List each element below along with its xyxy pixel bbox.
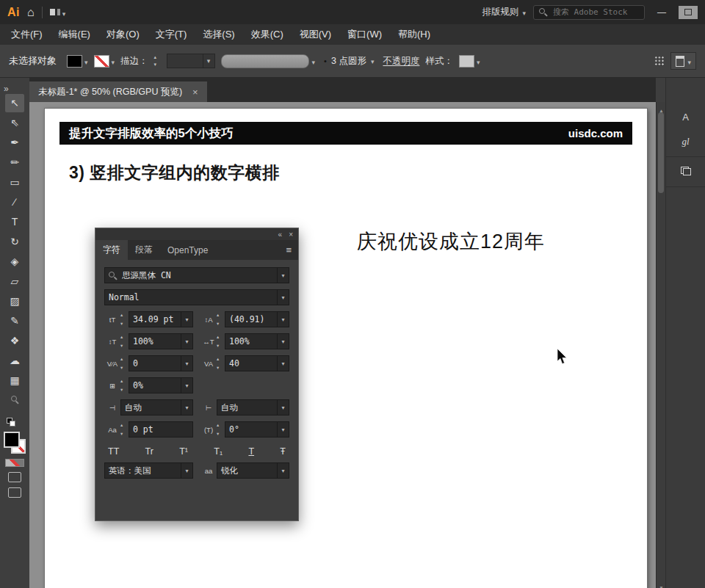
fill-swatch[interactable] <box>4 432 20 448</box>
chevron-down-icon[interactable] <box>277 290 289 305</box>
chevron-down-icon[interactable] <box>181 312 192 327</box>
close-panel-icon[interactable]: × <box>289 231 293 239</box>
tab-paragraph[interactable]: 段落 <box>128 240 160 260</box>
vertical-scale-stepper[interactable] <box>120 335 127 347</box>
menu-view[interactable]: 视图(V) <box>292 24 339 45</box>
search-input[interactable] <box>552 7 639 18</box>
chevron-down-icon[interactable] <box>181 400 192 415</box>
glyphs-panel-icon[interactable]: gl <box>675 132 697 151</box>
menu-help[interactable]: 帮助(H) <box>390 24 438 45</box>
document-tab[interactable]: 未标题-1* @ 50% (RGB/GPU 预览) × <box>29 81 207 102</box>
strikethrough-button[interactable]: Ŧ <box>278 446 287 457</box>
minimize-button[interactable]: — <box>652 6 671 19</box>
arrange-documents-icon[interactable] <box>50 6 66 19</box>
control-panel-menu[interactable] <box>670 52 696 70</box>
menu-object[interactable]: 对象(O) <box>98 24 148 45</box>
stroke-weight-stepper[interactable] <box>154 56 161 66</box>
banner-artwork[interactable]: 提升文字排版效率的5个小技巧 uisdc.com <box>59 122 632 145</box>
scrollbar-thumb[interactable] <box>658 112 664 193</box>
fill-color-button[interactable] <box>67 55 88 68</box>
menu-window[interactable]: 窗口(W) <box>339 24 390 45</box>
curvature-tool[interactable]: ✏ <box>5 153 24 172</box>
stroke-label[interactable]: 描边： <box>120 55 148 68</box>
width-profile-dropdown[interactable] <box>221 54 316 68</box>
collapse-panel-icon[interactable]: « <box>278 231 283 239</box>
rotate-tool[interactable]: ↻ <box>5 233 24 251</box>
chevron-down-icon[interactable] <box>277 334 289 349</box>
subscript-button[interactable]: T₁ <box>212 446 224 457</box>
menu-effect[interactable]: 效果(C) <box>243 24 292 45</box>
menu-edit[interactable]: 编辑(E) <box>51 24 98 45</box>
chevron-down-icon[interactable] <box>181 334 192 349</box>
leading-dropdown[interactable]: (40.91) <box>225 311 289 327</box>
canvas[interactable]: 提升文字排版效率的5个小技巧 uisdc.com 3) 竖排文字组内的数字横排 … <box>29 102 656 588</box>
eraser-tool[interactable]: ◈ <box>5 253 24 271</box>
direct-selection-tool[interactable]: ⇖ <box>5 114 24 132</box>
pen-tool[interactable]: ✒ <box>5 134 24 152</box>
zoom-tool[interactable] <box>5 391 24 410</box>
chevron-down-icon[interactable] <box>277 422 289 437</box>
vertical-scrollbar[interactable] <box>656 102 665 588</box>
aki-right-dropdown[interactable]: 自动 <box>217 399 289 415</box>
tracking-stepper[interactable] <box>217 357 223 369</box>
aki-left-dropdown[interactable]: 自动 <box>120 399 193 415</box>
chevron-down-icon[interactable] <box>277 268 289 283</box>
chevron-down-icon[interactable] <box>181 356 192 371</box>
blend-tool[interactable]: ❖ <box>5 332 24 350</box>
superscript-button[interactable]: T¹ <box>178 446 189 457</box>
gradient-tool[interactable]: ▨ <box>5 292 24 311</box>
gradient-none-icon[interactable] <box>5 459 24 467</box>
restore-window-button[interactable] <box>679 6 698 19</box>
opacity-label[interactable]: 不透明度 <box>383 55 419 68</box>
sample-text[interactable]: 庆祝优设成立12周年 <box>357 228 545 255</box>
expand-panels-icon[interactable]: » <box>0 78 9 93</box>
selection-tool[interactable]: ↖ <box>5 94 24 112</box>
stroke-color-button[interactable] <box>94 55 115 68</box>
kerning-dropdown[interactable]: 0 <box>129 355 193 371</box>
stroke-weight-dropdown[interactable] <box>167 54 215 68</box>
chevron-down-icon[interactable] <box>277 400 289 415</box>
vertical-scale-dropdown[interactable]: 100% <box>129 333 193 349</box>
chevron-down-icon[interactable] <box>181 463 192 478</box>
char-rotation-dropdown[interactable]: 0° <box>225 421 289 438</box>
drawing-mode-icon[interactable] <box>8 472 21 482</box>
chevron-down-icon[interactable] <box>277 356 289 371</box>
close-tab-icon[interactable]: × <box>192 87 198 98</box>
tsume-dropdown[interactable]: 0% <box>129 377 193 393</box>
small-caps-button[interactable]: Tr <box>144 446 155 457</box>
all-caps-button[interactable]: TT <box>106 446 120 457</box>
chevron-down-icon[interactable] <box>277 463 289 478</box>
baseline-shift-field[interactable]: 0 pt <box>129 421 193 438</box>
tab-opentype[interactable]: OpenType <box>160 240 215 260</box>
eyedropper-tool[interactable]: ✎ <box>5 312 24 330</box>
chevron-down-icon[interactable] <box>181 378 192 393</box>
free-transform-tool[interactable]: ▱ <box>5 272 24 291</box>
graph-tool[interactable]: ▦ <box>5 371 24 390</box>
rectangle-tool[interactable]: ▭ <box>5 173 24 192</box>
horizontal-scale-dropdown[interactable]: 100% <box>225 333 289 349</box>
artboards-panel-icon[interactable] <box>675 162 697 181</box>
stock-search[interactable] <box>533 5 645 20</box>
character-panel-icon[interactable]: A <box>675 107 697 126</box>
symbol-sprayer-tool[interactable]: ☁ <box>5 352 24 370</box>
font-style-dropdown[interactable]: Normal <box>104 289 289 305</box>
brush-definition-dropdown[interactable]: •3 点圆形 <box>321 55 377 68</box>
chevron-down-icon[interactable] <box>277 312 289 327</box>
kerning-stepper[interactable] <box>120 357 127 369</box>
app-grid-icon[interactable] <box>654 56 665 66</box>
font-size-stepper[interactable] <box>120 313 127 325</box>
tracking-dropdown[interactable]: 40 <box>225 355 289 371</box>
menu-file[interactable]: 文件(F) <box>3 24 51 45</box>
underline-button[interactable]: T <box>247 446 256 457</box>
menu-type[interactable]: 文字(T) <box>148 24 195 45</box>
menu-select[interactable]: 选择(S) <box>195 24 242 45</box>
heading-text[interactable]: 3) 竖排文字组内的数字横排 <box>69 161 280 184</box>
panel-menu-icon[interactable]: ≡ <box>279 240 298 260</box>
font-family-dropdown[interactable]: 思源黑体 CN <box>104 267 289 283</box>
type-tool[interactable]: T <box>5 213 24 231</box>
baseline-shift-stepper[interactable] <box>120 424 127 435</box>
horizontal-scale-stepper[interactable] <box>217 335 223 347</box>
language-dropdown[interactable]: 英语：美国 <box>104 462 193 479</box>
paintbrush-tool[interactable]: ∕ <box>5 193 24 211</box>
home-icon[interactable]: ⌂ <box>27 6 35 19</box>
